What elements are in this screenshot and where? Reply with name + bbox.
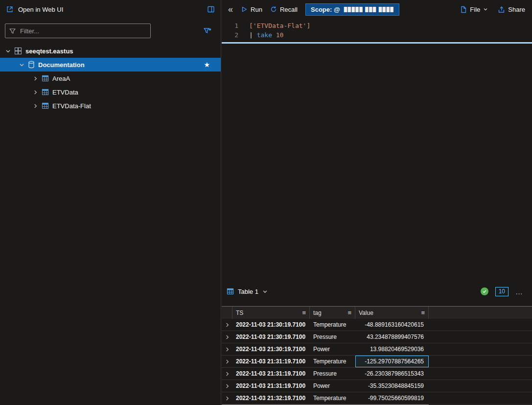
table-row[interactable]: 2022-11-03 21:30:19.7100 Temperature -48… <box>222 319 532 331</box>
tree-item-label: ETVData <box>52 89 78 96</box>
filter-row <box>0 19 221 42</box>
share-button[interactable]: Share <box>498 6 525 13</box>
editor-line[interactable]: 1 ['ETVData-Flat'] <box>222 21 532 30</box>
scope-redacted-value: █████ ███ ████ <box>344 7 394 12</box>
table-icon <box>42 75 49 82</box>
chevron-down-icon <box>483 7 488 12</box>
cell-value[interactable]: -99.75025660599819 <box>355 392 429 404</box>
cell-value[interactable]: -35.35230848845159 <box>355 380 429 392</box>
row-expander-icon[interactable] <box>222 368 232 380</box>
grid-header-value[interactable]: Value ≡ <box>355 307 429 319</box>
cell-ts[interactable]: 2022-11-03 21:31:19.7100 <box>232 368 310 380</box>
code-token-number: 10 <box>272 31 283 39</box>
play-icon <box>241 6 248 13</box>
cell-value[interactable]: 43.234878899407576 <box>355 331 429 343</box>
tree-item-label: AreaA <box>52 75 70 82</box>
open-external-icon <box>6 5 14 13</box>
tree-item-table[interactable]: ETVData <box>0 85 221 99</box>
column-label: Value <box>359 310 373 316</box>
row-count-badge[interactable]: 10 <box>495 287 509 296</box>
collapse-sidebar-button[interactable]: « <box>228 5 233 14</box>
row-expander-icon[interactable] <box>222 380 232 392</box>
cell-ts[interactable]: 2022-11-03 21:31:19.7100 <box>232 380 310 392</box>
cell-tag[interactable]: Pressure <box>310 331 355 343</box>
results-header: Table 1 10 … <box>222 283 532 300</box>
cell-tag[interactable]: Power <box>310 380 355 392</box>
sidebar-top-bar: Open in Web UI <box>0 0 221 19</box>
table-row[interactable]: 2022-11-03 21:31:19.7100 Temperature -12… <box>222 356 532 368</box>
column-menu-icon[interactable]: ≡ <box>302 310 306 316</box>
chevron-right-icon[interactable] <box>32 104 38 108</box>
tree-item-label: ETVData-Flat <box>52 102 91 110</box>
grid-header-ts[interactable]: TS ≡ <box>232 307 310 319</box>
line-number: 1 <box>222 21 238 30</box>
recall-button[interactable]: Recall <box>270 6 298 13</box>
star-icon[interactable]: ★ <box>204 61 210 68</box>
grid-header-expander-column <box>222 307 232 319</box>
chevron-right-icon[interactable] <box>32 90 38 95</box>
cell-ts[interactable]: 2022-11-03 21:30:19.7100 <box>232 343 310 355</box>
cell-value[interactable]: -48.889163160420615 <box>355 319 429 331</box>
results-tab-title[interactable]: Table 1 <box>238 288 258 295</box>
column-menu-icon[interactable]: ≡ <box>421 310 425 316</box>
cell-ts[interactable]: 2022-11-03 21:30:19.7100 <box>232 331 310 343</box>
cell-tag[interactable]: Temperature <box>310 356 355 367</box>
tree-item-table[interactable]: ETVData-Flat <box>0 99 221 113</box>
cell-value-selected[interactable]: -125.29707887564265 <box>355 356 429 367</box>
table-row[interactable]: 2022-11-03 21:31:19.7100 Power -35.35230… <box>222 380 532 392</box>
panel-layout-icon[interactable] <box>207 5 215 13</box>
table-row[interactable]: 2022-11-03 21:30:19.7100 Power 13.988204… <box>222 343 532 356</box>
chevron-down-icon[interactable] <box>19 63 24 67</box>
cell-value[interactable]: -26.230387986515343 <box>355 368 429 380</box>
table-row[interactable]: 2022-11-03 21:30:19.7100 Pressure 43.234… <box>222 331 532 343</box>
cell-value[interactable]: 13.98820469529036 <box>355 343 429 355</box>
file-label: File <box>470 6 480 13</box>
more-options-button[interactable]: … <box>515 287 523 296</box>
cell-tag[interactable]: Pressure <box>310 368 355 380</box>
file-icon <box>460 6 467 13</box>
toolbar-right-group: File Share <box>460 6 525 13</box>
tree-item-label: seeqtest.eastus <box>25 48 73 55</box>
scope-selector[interactable]: Scope: @ █████ ███ ████ <box>305 3 399 16</box>
row-expander-icon[interactable] <box>222 343 232 355</box>
row-expander-icon[interactable] <box>222 331 232 343</box>
column-menu-icon[interactable]: ≡ <box>347 310 351 316</box>
chevron-down-icon[interactable] <box>262 289 268 294</box>
main-panel: 1 ['ETVData-Flat'] 2 | take 10 Table 1 <box>222 19 532 405</box>
results-grid: TS ≡ tag ≡ Value ≡ 2022-11-03 21:30:19.7… <box>222 306 532 405</box>
grid-header-tag[interactable]: tag ≡ <box>310 307 355 319</box>
cell-ts[interactable]: 2022-11-03 21:31:19.7100 <box>232 356 310 367</box>
scope-label: Scope: @ <box>311 6 340 13</box>
editor-line[interactable]: 2 | take 10 <box>222 30 532 40</box>
row-expander-icon[interactable] <box>222 392 232 404</box>
chevron-down-icon[interactable] <box>5 49 11 53</box>
open-in-web-ui-button[interactable]: Open in Web UI <box>18 6 63 13</box>
row-expander-icon[interactable] <box>222 319 232 331</box>
chevron-right-icon[interactable] <box>32 76 38 81</box>
run-label: Run <box>251 6 262 13</box>
cell-tag[interactable]: Power <box>310 343 355 355</box>
tree-item-database[interactable]: Documentation ★ <box>0 58 221 71</box>
tree-item-label: Documentation <box>38 61 85 69</box>
favorites-filter-icon[interactable] <box>203 27 212 35</box>
cell-ts[interactable]: 2022-11-03 21:32:19.7100 <box>232 392 310 404</box>
kusto-explorer-app: Open in Web UI « Run Recall Scope: @ <box>0 0 532 405</box>
tree-item-cluster[interactable]: seeqtest.eastus <box>0 44 221 58</box>
query-editor[interactable]: 1 ['ETVData-Flat'] 2 | take 10 <box>222 19 532 44</box>
table-row[interactable]: 2022-11-03 21:32:19.7100 Temperature -99… <box>222 392 532 405</box>
filter-box[interactable] <box>5 24 151 38</box>
row-expander-icon[interactable] <box>222 356 232 367</box>
success-check-icon <box>481 287 488 295</box>
cell-tag[interactable]: Temperature <box>310 319 355 331</box>
database-group-icon <box>14 47 22 55</box>
column-label: tag <box>313 310 322 316</box>
editor-empty-area[interactable] <box>222 44 532 283</box>
file-menu-button[interactable]: File <box>460 6 488 13</box>
cell-ts[interactable]: 2022-11-03 21:30:19.7100 <box>232 319 310 331</box>
filter-input[interactable] <box>19 27 146 35</box>
cell-tag[interactable]: Temperature <box>310 392 355 404</box>
line-number: 2 <box>222 30 238 40</box>
table-row[interactable]: 2022-11-03 21:31:19.7100 Pressure -26.23… <box>222 368 532 380</box>
tree-item-table[interactable]: AreaA <box>0 71 221 85</box>
run-button[interactable]: Run <box>241 6 262 13</box>
